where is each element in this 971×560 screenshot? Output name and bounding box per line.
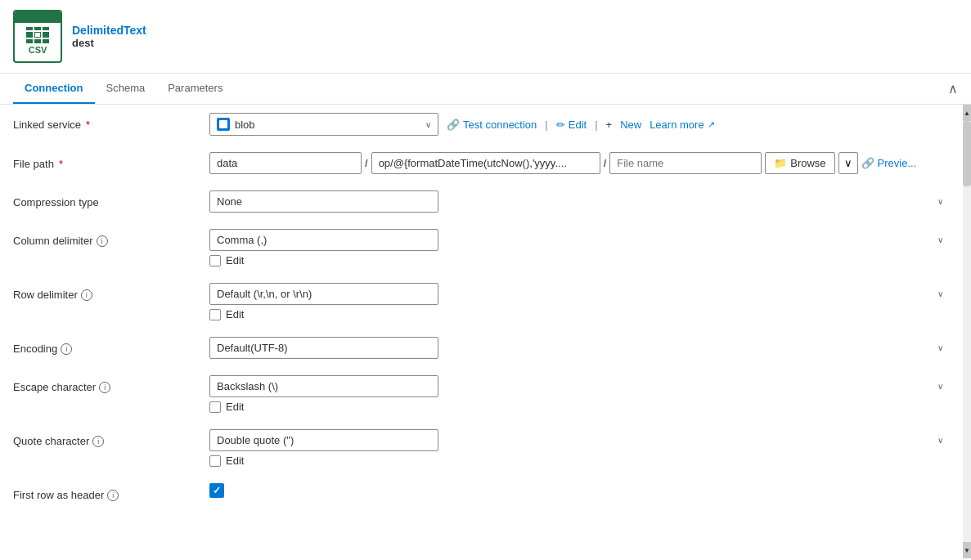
test-connection-button[interactable]: 🔗 Test connection [447,119,537,131]
browse-button[interactable]: 📁 Browse [765,152,834,174]
encoding-control: Default(UTF-8) UTF-8 UTF-16 ASCII ∨ [209,337,950,359]
form-area: Linked service * blob ∨ 🔗 Test connectio… [0,105,963,558]
column-delimiter-edit-checkbox[interactable] [209,255,221,267]
quote-character-info-icon[interactable]: i [92,436,104,447]
encoding-info-icon[interactable]: i [61,343,72,355]
scrollbar[interactable]: ▲ ▼ [963,105,971,558]
first-row-as-header-control: ✓ [209,483,950,498]
quote-character-control: Double quote (") Single quote (') No quo… [209,429,950,467]
row-delimiter-label: Row delimiter i [13,283,209,301]
row-delimiter-row: Row delimiter i Default (\r,\n, or \r\n)… [13,275,950,329]
quote-character-label: Quote character i [13,429,209,447]
row-delimiter-info-icon[interactable]: i [81,289,92,301]
compression-caret-icon: ∨ [937,197,943,206]
column-delimiter-info-icon[interactable]: i [97,235,108,247]
first-row-as-header-info-icon[interactable]: i [107,490,119,501]
escape-character-edit-label: Edit [226,401,244,413]
tabs-bar: Connection Schema Parameters ∧ [0,74,971,105]
scrollbar-thumb[interactable] [963,121,971,186]
column-delimiter-row: Column delimiter i Comma (,) Semicolon (… [13,221,950,275]
file-path-row: File path * / / 📁 Browse ∨ [13,144,950,182]
column-delimiter-label: Column delimiter i [13,229,209,247]
escape-character-label: Escape character i [13,375,209,393]
learn-more-button[interactable]: Learn more ↗ [650,119,714,131]
compression-type-label: Compression type [13,190,209,208]
scroll-down-icon: ▼ [964,547,970,554]
quote-character-row: Quote character i Double quote (") Singl… [13,421,950,475]
encoding-row: Encoding i Default(UTF-8) UTF-8 UTF-16 A… [13,329,950,367]
scroll-up-button[interactable]: ▲ [963,105,971,121]
edit-linked-service-button[interactable]: ✏ Edit [556,119,587,131]
column-delimiter-caret-icon: ∨ [937,235,943,244]
row-delimiter-caret-icon: ∨ [937,289,943,298]
folder-icon: 📁 [774,157,787,169]
chevron-down-icon: ∨ [844,157,852,169]
tab-schema[interactable]: Schema [95,74,157,104]
preview-button[interactable]: 🔗 Previe... [861,157,917,169]
header: CSV DelimitedText dest [0,0,971,74]
header-text: DelimitedText dest [72,24,146,49]
row-delimiter-select[interactable]: Default (\r,\n, or \r\n) Carriage Return… [209,283,438,305]
tab-parameters[interactable]: Parameters [156,74,234,104]
first-row-as-header-checkbox[interactable]: ✓ [209,483,224,498]
chain-icon: 🔗 [861,157,874,169]
column-delimiter-edit-label: Edit [226,254,244,267]
quote-character-edit-checkbox[interactable] [209,455,221,467]
external-link-icon: ↗ [708,119,715,130]
scroll-down-button[interactable]: ▼ [963,542,971,558]
escape-character-control: Backslash (\) Single quote (') None ∨ Ed… [209,375,950,413]
dropdown-caret-icon: ∨ [425,120,431,129]
new-linked-service-button[interactable]: New [620,119,641,131]
linked-service-dropdown[interactable]: blob ∨ [209,113,438,136]
encoding-caret-icon: ∨ [937,343,943,352]
compression-type-row: Compression type None GZip Deflate BZip2… [13,182,950,221]
first-row-as-header-label: First row as header i [13,483,209,501]
file-path-control: / / 📁 Browse ∨ 🔗 Previe... [209,152,950,174]
linked-service-label: Linked service * [13,113,209,131]
header-title: DelimitedText [72,24,146,37]
file-path-part2-input[interactable] [371,152,600,174]
chevron-down-button[interactable]: ∨ [838,152,858,174]
header-subtitle: dest [72,37,146,49]
escape-character-select[interactable]: Backslash (\) Single quote (') None [209,375,438,397]
first-row-as-header-row: First row as header i ✓ [13,475,950,509]
linked-service-value: blob [235,119,420,131]
escape-character-caret-icon: ∨ [937,382,943,391]
csv-icon: CSV [13,10,62,63]
collapse-icon[interactable]: ∧ [948,81,958,96]
quote-character-caret-icon: ∨ [937,436,943,445]
row-delimiter-control: Default (\r,\n, or \r\n) Carriage Return… [209,283,950,320]
content: Linked service * blob ∨ 🔗 Test connectio… [0,105,971,558]
quote-character-edit-label: Edit [226,455,244,467]
escape-character-info-icon[interactable]: i [99,382,110,393]
blob-service-icon [217,118,230,131]
linked-service-control: blob ∨ 🔗 Test connection | ✏ Edit | + [209,113,950,136]
column-delimiter-control: Comma (,) Semicolon (;) Tab (\t) Pipe (|… [209,229,950,267]
file-path-part1-input[interactable] [209,152,362,174]
tab-connection[interactable]: Connection [13,74,95,104]
escape-character-row: Escape character i Backslash (\) Single … [13,367,950,421]
escape-character-edit-checkbox[interactable] [209,401,221,413]
scroll-up-icon: ▲ [964,110,970,117]
quote-character-select[interactable]: Double quote (") Single quote (') No quo… [209,429,438,451]
compression-type-select[interactable]: None GZip Deflate BZip2 [209,190,438,213]
test-connection-icon: 🔗 [447,119,460,131]
file-name-input[interactable] [609,152,762,174]
compression-type-control: None GZip Deflate BZip2 ∨ [209,190,950,213]
edit-pencil-icon: ✏ [556,119,565,131]
row-delimiter-edit-label: Edit [226,308,244,320]
encoding-select[interactable]: Default(UTF-8) UTF-8 UTF-16 ASCII [209,337,438,359]
encoding-label: Encoding i [13,337,209,355]
file-path-label: File path * [13,152,209,170]
column-delimiter-select[interactable]: Comma (,) Semicolon (;) Tab (\t) Pipe (|… [209,229,438,251]
row-delimiter-edit-checkbox[interactable] [209,309,221,320]
linked-service-row: Linked service * blob ∨ 🔗 Test connectio… [13,105,950,144]
